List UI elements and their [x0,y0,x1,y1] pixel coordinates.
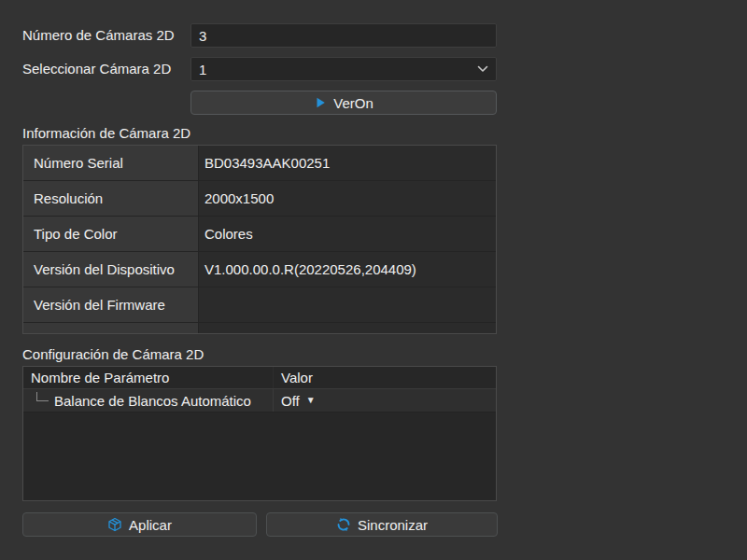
table-row: Versión del Firmware [23,287,496,323]
camera-count-input[interactable]: 3 [190,23,497,48]
info-row-label: Versión del Dispositivo [23,252,199,287]
table-row-stub [23,323,496,333]
table-row: Número Serial BD03493AAK00251 [23,146,496,181]
info-row-label: Resolución [23,181,199,216]
dropdown-triangle-icon: ▼ [306,396,316,405]
apply-button[interactable]: Aplicar [22,512,257,537]
camera-select-dropdown[interactable]: 1 [190,57,497,81]
info-section-title: Información de Cámara 2D [22,125,190,141]
table-row: Balance de Blancos Automático Off ▼ [23,389,496,413]
veron-button-label: VerOn [333,95,374,111]
table-row: Versión del Dispositivo V1.000.00.0.R(20… [23,252,496,287]
camera-count-value: 3 [199,28,206,44]
param-value: Off [281,393,300,409]
info-row-value [199,287,496,322]
table-row: Tipo de Color Colores [23,217,496,252]
info-row-value: BD03493AAK00251 [199,146,496,180]
sync-icon [336,517,351,532]
sync-button[interactable]: Sincronizar [266,512,498,537]
camera-select-value: 1 [199,62,206,77]
cube-icon [107,517,122,532]
veron-button[interactable]: VerOn [190,91,497,115]
chevron-down-icon [477,65,488,73]
info-row-value: V1.000.00.0.R(20220526,204409) [199,252,496,287]
camera-count-label: Número de Cámaras 2D [22,23,175,48]
apply-button-label: Aplicar [129,517,172,533]
info-row-label: Número Serial [23,146,199,180]
config-table-header: Nombre de Parámetro Valor [23,367,496,389]
info-row-label: Tipo de Color [23,217,199,251]
play-icon [314,96,327,109]
info-row-value: Colores [199,217,496,251]
info-row-label: Versión del Firmware [23,287,199,322]
info-row-value: 2000x1500 [199,181,496,216]
config-section-title: Configuración de Cámara 2D [22,346,204,362]
param-name: Balance de Blancos Automático [54,393,251,409]
table-row: Resolución 2000x1500 [23,181,496,217]
camera-select-label: Seleccionar Cámara 2D [22,57,171,81]
camera-config-table: Nombre de Parámetro Valor Balance de Bla… [22,366,497,501]
column-header-value: Valor [274,367,496,388]
camera-info-table: Número Serial BD03493AAK00251 Resolución… [22,145,497,334]
column-header-name: Nombre de Parámetro [23,367,274,388]
tree-branch-icon [36,392,49,401]
param-value-dropdown[interactable]: Off ▼ [274,389,496,412]
sync-button-label: Sincronizar [358,517,428,533]
param-name-cell: Balance de Blancos Automático [23,389,274,412]
